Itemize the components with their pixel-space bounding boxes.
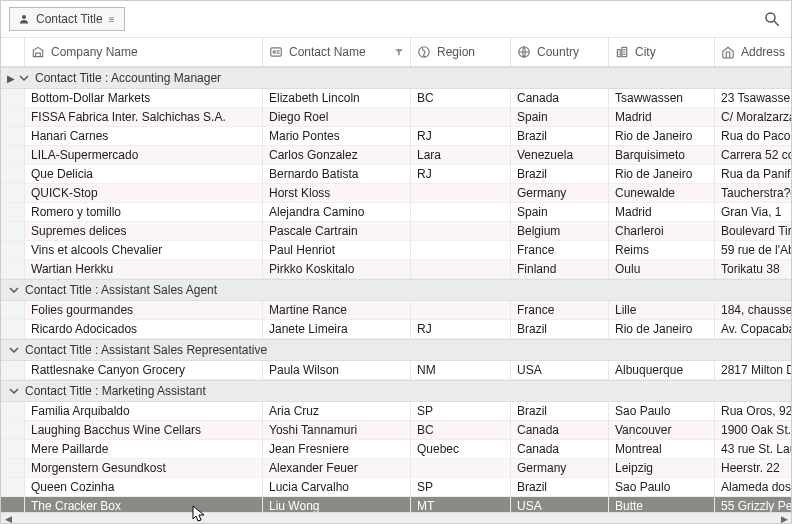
cell-address[interactable]: Rua do Paco, 67 bbox=[715, 127, 791, 146]
cell-contact[interactable]: Pirkko Koskitalo bbox=[263, 260, 411, 279]
cell-city[interactable]: Oulu bbox=[609, 260, 715, 279]
cell-country[interactable]: Brazil bbox=[511, 165, 609, 184]
chevron-down-icon[interactable] bbox=[7, 283, 21, 297]
scroll-left-icon[interactable]: ◀ bbox=[1, 513, 15, 524]
table-row[interactable]: Queen CozinhaLucia CarvalhoSPBrazilSao P… bbox=[1, 478, 791, 497]
cell-region[interactable]: RJ bbox=[411, 165, 511, 184]
cell-address[interactable]: C/ Moralzarzal, bbox=[715, 108, 791, 127]
cell-country[interactable]: Brazil bbox=[511, 127, 609, 146]
cell-country[interactable]: France bbox=[511, 241, 609, 260]
table-row[interactable]: Folies gourmandesMartine RanceFranceLill… bbox=[1, 301, 791, 320]
cell-city[interactable]: Madrid bbox=[609, 108, 715, 127]
cell-region[interactable] bbox=[411, 203, 511, 222]
cell-contact[interactable]: Paul Henriot bbox=[263, 241, 411, 260]
cell-country[interactable]: Germany bbox=[511, 184, 609, 203]
cell-country[interactable]: France bbox=[511, 301, 609, 320]
table-row[interactable]: Rattlesnake Canyon GroceryPaula WilsonNM… bbox=[1, 361, 791, 380]
cell-city[interactable]: Sao Paulo bbox=[609, 478, 715, 497]
horizontal-scrollbar[interactable]: ◀ ▶ bbox=[1, 512, 791, 524]
cell-company[interactable]: Vins et alcools Chevalier bbox=[25, 241, 263, 260]
column-header-company[interactable]: Company Name bbox=[25, 38, 263, 66]
table-row[interactable]: Ricardo AdocicadosJanete LimeiraRJBrazil… bbox=[1, 320, 791, 339]
cell-country[interactable]: Spain bbox=[511, 108, 609, 127]
cell-city[interactable]: Madrid bbox=[609, 203, 715, 222]
table-row[interactable]: Hanari CarnesMario PontesRJBrazilRio de … bbox=[1, 127, 791, 146]
cell-contact[interactable]: Carlos Gonzalez bbox=[263, 146, 411, 165]
table-row[interactable]: Wartian HerkkuPirkko KoskitaloFinlandOul… bbox=[1, 260, 791, 279]
column-header-country[interactable]: Country bbox=[511, 38, 609, 66]
cell-country[interactable]: Brazil bbox=[511, 402, 609, 421]
cell-city[interactable]: Vancouver bbox=[609, 421, 715, 440]
cell-company[interactable]: Mere Paillarde bbox=[25, 440, 263, 459]
cell-company[interactable]: Romero y tomillo bbox=[25, 203, 263, 222]
cell-contact[interactable]: Elizabeth Lincoln bbox=[263, 89, 411, 108]
cell-city[interactable]: Tsawwassen bbox=[609, 89, 715, 108]
cell-company[interactable]: Folies gourmandes bbox=[25, 301, 263, 320]
cell-region[interactable] bbox=[411, 459, 511, 478]
table-row[interactable]: Vins et alcools ChevalierPaul HenriotFra… bbox=[1, 241, 791, 260]
table-row[interactable]: Laughing Bacchus Wine CellarsYoshi Tanna… bbox=[1, 421, 791, 440]
cell-country[interactable]: USA bbox=[511, 497, 609, 512]
cell-address[interactable]: 1900 Oak St. bbox=[715, 421, 791, 440]
cell-contact[interactable]: Paula Wilson bbox=[263, 361, 411, 380]
cell-country[interactable]: Germany bbox=[511, 459, 609, 478]
table-row[interactable]: Bottom-Dollar MarketsElizabeth LincolnBC… bbox=[1, 89, 791, 108]
table-row[interactable]: Supremes delicesPascale CartrainBelgiumC… bbox=[1, 222, 791, 241]
cell-city[interactable]: Barquisimeto bbox=[609, 146, 715, 165]
cell-city[interactable]: Rio de Janeiro bbox=[609, 165, 715, 184]
cell-city[interactable]: Sao Paulo bbox=[609, 402, 715, 421]
cell-address[interactable]: 55 Grizzly Peak R bbox=[715, 497, 791, 512]
search-icon[interactable] bbox=[763, 10, 781, 28]
cell-company[interactable]: Rattlesnake Canyon Grocery bbox=[25, 361, 263, 380]
cell-country[interactable]: Spain bbox=[511, 203, 609, 222]
cell-country[interactable]: USA bbox=[511, 361, 609, 380]
cell-city[interactable]: Leipzig bbox=[609, 459, 715, 478]
cell-contact[interactable]: Liu Wong bbox=[263, 497, 411, 512]
cell-contact[interactable]: Bernardo Batista bbox=[263, 165, 411, 184]
table-row[interactable]: The Cracker BoxLiu WongMTUSAButte55 Griz… bbox=[1, 497, 791, 512]
cell-address[interactable]: Alameda dos Can bbox=[715, 478, 791, 497]
cell-contact[interactable]: Diego Roel bbox=[263, 108, 411, 127]
cell-region[interactable]: RJ bbox=[411, 127, 511, 146]
cell-country[interactable]: Venezuela bbox=[511, 146, 609, 165]
cell-country[interactable]: Canada bbox=[511, 440, 609, 459]
cell-address[interactable]: Carrera 52 con A bbox=[715, 146, 791, 165]
cell-region[interactable]: MT bbox=[411, 497, 511, 512]
cell-address[interactable]: Av. Copacabana bbox=[715, 320, 791, 339]
cell-company[interactable]: FISSA Fabrica Inter. Salchichas S.A. bbox=[25, 108, 263, 127]
cell-company[interactable]: Que Delicia bbox=[25, 165, 263, 184]
cell-company[interactable]: Queen Cozinha bbox=[25, 478, 263, 497]
cell-contact[interactable]: Mario Pontes bbox=[263, 127, 411, 146]
cell-city[interactable]: Montreal bbox=[609, 440, 715, 459]
cell-company[interactable]: LILA-Supermercado bbox=[25, 146, 263, 165]
table-row[interactable]: Romero y tomilloAlejandra CaminoSpainMad… bbox=[1, 203, 791, 222]
group-header[interactable]: Contact Title : Marketing Assistant bbox=[1, 380, 791, 402]
cell-company[interactable]: The Cracker Box bbox=[25, 497, 263, 512]
cell-contact[interactable]: Pascale Cartrain bbox=[263, 222, 411, 241]
table-row[interactable]: FISSA Fabrica Inter. Salchichas S.A.Dieg… bbox=[1, 108, 791, 127]
cell-company[interactable]: Ricardo Adocicados bbox=[25, 320, 263, 339]
cell-country[interactable]: Canada bbox=[511, 89, 609, 108]
group-by-chip[interactable]: Contact Title ≡ bbox=[9, 7, 125, 31]
cell-city[interactable]: Cunewalde bbox=[609, 184, 715, 203]
cell-country[interactable]: Brazil bbox=[511, 320, 609, 339]
group-header[interactable]: Contact Title : Assistant Sales Represen… bbox=[1, 339, 791, 361]
cell-country[interactable]: Finland bbox=[511, 260, 609, 279]
cell-address[interactable]: Gran Via, 1 bbox=[715, 203, 791, 222]
table-row[interactable]: Familia ArquibaldoAria CruzSPBrazilSao P… bbox=[1, 402, 791, 421]
cell-city[interactable]: Butte bbox=[609, 497, 715, 512]
cell-city[interactable]: Albuquerque bbox=[609, 361, 715, 380]
cell-region[interactable]: Lara bbox=[411, 146, 511, 165]
column-header-city[interactable]: City bbox=[609, 38, 715, 66]
cell-contact[interactable]: Jean Fresniere bbox=[263, 440, 411, 459]
cell-address[interactable]: Boulevard Tirou, bbox=[715, 222, 791, 241]
cell-region[interactable]: SP bbox=[411, 402, 511, 421]
cell-region[interactable] bbox=[411, 222, 511, 241]
cell-country[interactable]: Canada bbox=[511, 421, 609, 440]
cell-contact[interactable]: Alexander Feuer bbox=[263, 459, 411, 478]
table-row[interactable]: LILA-SupermercadoCarlos GonzalezLaraVene… bbox=[1, 146, 791, 165]
cell-city[interactable]: Charleroi bbox=[609, 222, 715, 241]
cell-region[interactable] bbox=[411, 184, 511, 203]
cell-address[interactable]: 43 rue St. Laure bbox=[715, 440, 791, 459]
cell-address[interactable]: Rua Oros, 92 bbox=[715, 402, 791, 421]
